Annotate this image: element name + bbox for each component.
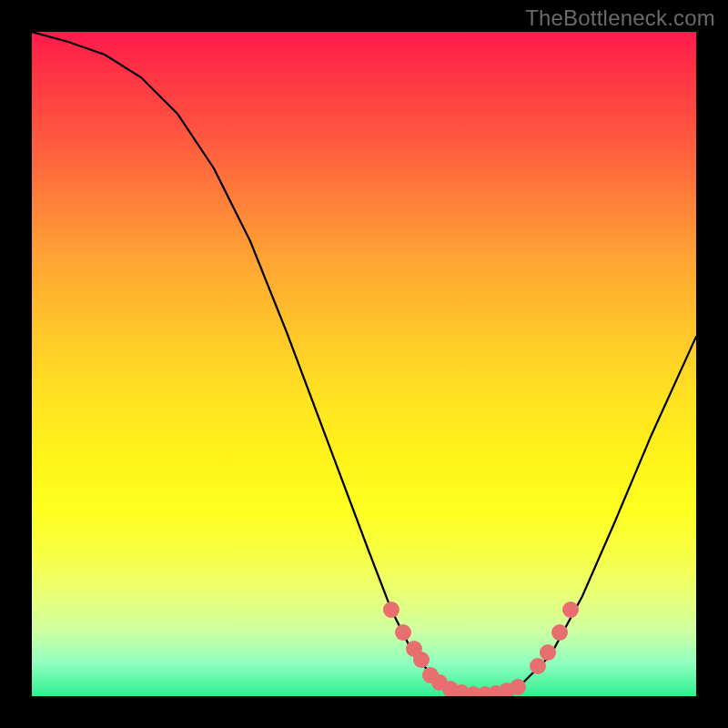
curve-marker [510,679,526,695]
curve-marker [383,602,399,618]
curve-marker [540,644,556,661]
curve-marker [530,658,546,674]
chart-frame: TheBottleneck.com [0,0,728,728]
watermark-text: TheBottleneck.com [525,5,715,31]
bottleneck-curve [32,32,696,694]
chart-svg [32,32,696,696]
curve-markers [383,602,579,696]
curve-marker [551,624,568,641]
curve-marker [413,652,430,668]
curve-marker [395,624,411,641]
curve-marker [562,602,579,618]
